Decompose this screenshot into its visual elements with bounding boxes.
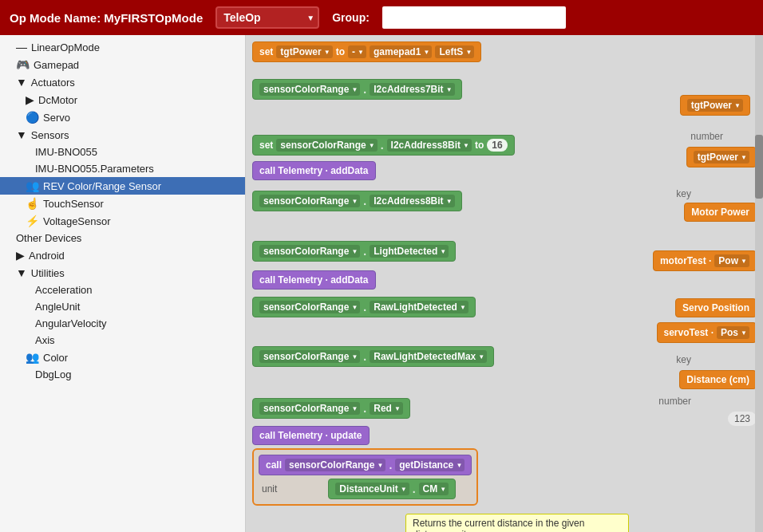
sidebar-item-dcmotor[interactable]: ▶ DcMotor xyxy=(0,91,245,108)
block-red[interactable]: sensorColorRange . Red xyxy=(252,398,410,419)
sidebar-item-sensors[interactable]: ▼ Sensors xyxy=(0,126,245,144)
sidebar-item-gamepad[interactable]: 🎮 Gamepad xyxy=(0,56,245,73)
block-call-telemetry3-row: call Telemetry · update xyxy=(252,426,370,445)
sidebar-item-dbg-log[interactable]: DbgLog xyxy=(0,366,245,383)
i2c8-set-dd[interactable]: I2cAddress8Bit xyxy=(387,139,472,152)
block-call-telemetry3[interactable]: call Telemetry · update xyxy=(252,426,370,445)
block-sensor-i2c8[interactable]: sensorColorRange . I2cAddress8Bit xyxy=(252,191,462,211)
block-sensor-i2c7[interactable]: sensorColorRange . I2cAddress7Bit xyxy=(252,79,462,100)
to-text: to xyxy=(475,140,484,151)
sidebar-item-imu-params[interactable]: IMU-BNO055.Parameters xyxy=(0,160,245,177)
right-motor-power: Motor Power xyxy=(684,203,757,222)
sidebar-label: Servo xyxy=(43,112,70,124)
block-distance-unit[interactable]: DistanceUnit . CM xyxy=(328,479,456,499)
sidebar-item-other-devices[interactable]: Other Devices xyxy=(0,230,245,246)
sidebar-label: DbgLog xyxy=(35,368,72,380)
canvas-scrollbar[interactable] xyxy=(755,35,763,532)
sidebar-item-angle-unit[interactable]: AngleUnit xyxy=(0,298,245,315)
dot-4: . xyxy=(363,301,366,313)
raw-light-max-dd[interactable]: RawLightDetectedMax xyxy=(370,350,487,363)
block-motor-test[interactable]: motorTest · Pow xyxy=(653,250,757,271)
sidebar-item-utilities[interactable]: ▼ Utilities xyxy=(0,264,245,282)
i2c7-dd[interactable]: I2cAddress7Bit xyxy=(370,83,454,96)
sidebar-item-angular-velocity[interactable]: AngularVelocity xyxy=(0,315,245,332)
minus-dropdown[interactable]: - xyxy=(348,45,366,58)
block-set-tgt-power[interactable]: set tgtPower to - gamepad1 LeftS xyxy=(252,41,481,62)
block-123[interactable]: 123 xyxy=(728,412,757,426)
block-tgt-power-right-2[interactable]: tgtPower xyxy=(686,147,757,167)
block-motor-power[interactable]: Motor Power xyxy=(684,203,757,222)
block-call-telemetry[interactable]: call Telemetry · addData xyxy=(252,161,376,180)
tgt-power-right-dd-2[interactable]: tgtPower xyxy=(694,151,749,164)
sidebar-item-voltage-sensor[interactable]: ⚡ VoltageSensor xyxy=(0,212,245,230)
op-mode-title: Op Mode Name: MyFIRSTOpMode xyxy=(10,11,203,25)
cm-dd[interactable]: CM xyxy=(419,483,449,495)
block-tgt-power-right[interactable]: tgtPower xyxy=(680,95,750,116)
app-header: Op Mode Name: MyFIRSTOpMode TeleOp Auton… xyxy=(0,0,763,35)
block-servo-position[interactable]: Servo Position xyxy=(675,298,757,317)
dot-1: . xyxy=(363,83,366,96)
right-number2-label: number xyxy=(658,396,691,407)
sidebar-label: REV Color/Range Sensor xyxy=(43,180,161,192)
sensor-dd-1[interactable]: sensorColorRange xyxy=(259,83,360,96)
block-set-i2c8[interactable]: set sensorColorRange . I2cAddress8Bit to… xyxy=(252,135,515,156)
sensor-dd-7[interactable]: sensorColorRange xyxy=(285,459,385,471)
right-servo-position: Servo Position xyxy=(675,298,757,317)
sidebar-item-imu[interactable]: IMU-BNO055 xyxy=(0,144,245,160)
group-input[interactable] xyxy=(382,6,566,29)
sidebar-item-axis[interactable]: Axis xyxy=(0,332,245,349)
sidebar-item-linear-op-mode[interactable]: — LinearOpMode xyxy=(0,38,245,56)
sidebar-item-color[interactable]: 👥 Color xyxy=(0,349,245,366)
distance-unit-dd[interactable]: DistanceUnit xyxy=(335,483,409,495)
number2-label-right: number xyxy=(658,396,691,407)
block-light-detected[interactable]: sensorColorRange . LightDetected xyxy=(252,241,456,262)
sensor-dd-5[interactable]: sensorColorRange xyxy=(259,350,360,363)
block-call-telemetry2[interactable]: call Telemetry · addData xyxy=(252,270,376,290)
sidebar-item-servo[interactable]: 🔵 Servo xyxy=(0,108,245,126)
sidebar-item-rev-color[interactable]: 👥 REV Color/Range Sensor xyxy=(0,177,245,195)
sensor-dd-6[interactable]: sensorColorRange xyxy=(259,402,360,415)
block-servo-test[interactable]: servoTest · Pos xyxy=(657,322,757,343)
sensor-dd-set[interactable]: sensorColorRange xyxy=(276,139,377,152)
gamepad1-dropdown[interactable]: gamepad1 xyxy=(370,45,432,58)
tooltip-text: Returns the current distance in the give… xyxy=(413,518,584,532)
sensor-dd-3[interactable]: sensorColorRange xyxy=(259,245,360,258)
sidebar-item-actuators[interactable]: ▼ Actuators xyxy=(0,73,245,91)
sensor-dd-2[interactable]: sensorColorRange xyxy=(259,195,360,207)
op-mode-select-wrapper[interactable]: TeleOp Autonomous ▼ xyxy=(215,6,319,29)
number-label-right: number xyxy=(690,131,723,142)
unit-label: unit xyxy=(262,483,277,495)
block-raw-light-max[interactable]: sensorColorRange . RawLightDetectedMax xyxy=(252,346,494,367)
block-raw-light[interactable]: sensorColorRange . RawLightDetected xyxy=(252,297,476,317)
block-distance[interactable]: Distance (cm) xyxy=(679,370,757,389)
op-mode-select[interactable]: TeleOp Autonomous xyxy=(215,6,319,29)
light-dd[interactable]: LightDetected xyxy=(370,245,449,258)
sidebar-item-touch-sensor[interactable]: ☝ TouchSensor xyxy=(0,195,245,212)
raw-light-dd[interactable]: RawLightDetected xyxy=(370,301,468,313)
dash-icon: — xyxy=(16,41,27,53)
red-dd[interactable]: Red xyxy=(370,402,403,415)
block-light-row: sensorColorRange . LightDetected xyxy=(252,241,456,262)
get-distance-dd[interactable]: getDistance xyxy=(395,459,465,471)
tooltip-box: Returns the current distance in the give… xyxy=(405,514,629,532)
canvas-scrollbar-thumb[interactable] xyxy=(755,135,763,199)
i2c8-dd[interactable]: I2cAddress8Bit xyxy=(370,195,454,207)
servo-test-dd[interactable]: Pos xyxy=(717,326,749,339)
gamepad-icon: 🎮 xyxy=(16,58,30,71)
sidebar-label: Other Devices xyxy=(16,232,81,244)
sidebar-label: IMU-BNO055.Parameters xyxy=(35,163,154,175)
dot-set: . xyxy=(381,139,384,152)
canvas-area[interactable]: set tgtPower to - gamepad1 LeftS sensorC… xyxy=(246,35,763,532)
sensor-dd-4[interactable]: sensorColorRange xyxy=(259,301,360,313)
right-123: 123 xyxy=(728,412,757,426)
leftS-dropdown[interactable]: LeftS xyxy=(435,45,474,58)
sidebar-label: Gamepad xyxy=(34,59,79,71)
value-16[interactable]: 16 xyxy=(487,139,507,152)
sidebar-item-acceleration[interactable]: Acceleration xyxy=(0,282,245,298)
touch-icon: ☝ xyxy=(26,197,39,210)
tgt-power-dropdown[interactable]: tgtPower xyxy=(276,45,332,58)
block-call-get-distance[interactable]: call sensorColorRange . getDistance xyxy=(259,455,472,475)
motor-test-dd[interactable]: Pow xyxy=(714,254,749,267)
tgt-power-right-dd[interactable]: tgtPower xyxy=(687,99,743,112)
sidebar-item-android[interactable]: ▶ Android xyxy=(0,246,245,264)
